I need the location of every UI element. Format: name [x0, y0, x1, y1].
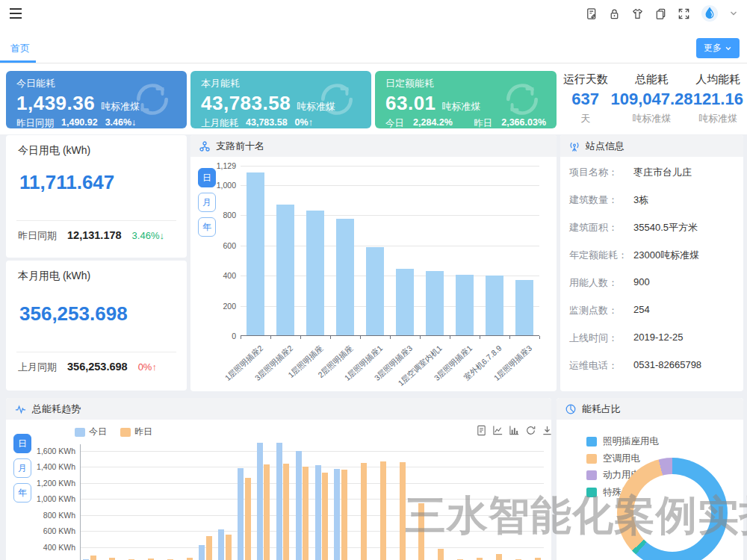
more-button[interactable]: 更多	[696, 38, 740, 58]
compare-percent: 0%↑	[295, 117, 313, 128]
card-value: 1,439.36	[16, 92, 95, 115]
summary-stat: 总能耗109,047.28吨标准煤	[610, 71, 692, 128]
site-row-value: 枣庄市台儿庄	[633, 166, 692, 179]
y-axis-label: 200	[199, 302, 236, 311]
month-power-value: 356,253.698	[19, 302, 128, 326]
trend-bar-今日	[218, 529, 224, 560]
y-axis-label: 1,000	[199, 181, 236, 190]
chevron-down-icon[interactable]	[729, 9, 738, 18]
branch-bar	[336, 219, 354, 336]
trend-bar-昨日	[322, 473, 328, 560]
divider	[16, 352, 176, 352]
ratio1-label: 今日占比:	[385, 117, 409, 128]
trend-bar-昨日	[496, 554, 502, 560]
chart-gridline	[80, 451, 544, 452]
data-view-icon[interactable]	[476, 425, 487, 436]
trend-bar-今日	[199, 545, 205, 560]
legend-item-今日[interactable]: 今日	[75, 426, 107, 438]
audit-icon[interactable]	[585, 7, 598, 20]
y-axis-label: 400	[199, 271, 236, 280]
pie-legend-item-空调用电[interactable]: 空调用电	[586, 452, 640, 465]
stat-label: 总能耗	[610, 72, 692, 87]
divider	[16, 220, 176, 221]
legend-label: 照明插座用电	[603, 435, 659, 448]
tab-home[interactable]: 首页	[10, 42, 30, 55]
refresh-decor-icon	[501, 78, 543, 123]
site-info-panel: 站点信息 项目名称：枣庄市台儿庄建筑数量：3栋建筑面积：35540.5平方米年定…	[560, 135, 743, 391]
legend-swatch	[586, 437, 597, 447]
legend-swatch	[586, 470, 597, 480]
period-button-月[interactable]: 月	[13, 458, 31, 478]
x-axis-tick	[300, 336, 301, 339]
fullscreen-icon[interactable]	[678, 7, 690, 20]
panel-title: 本月用电 (kWh)	[18, 270, 90, 283]
watermark-text: 三水智能化案例实拍	[405, 488, 747, 544]
y-axis-label: 800 KWh	[31, 511, 75, 520]
theme-icon[interactable]	[631, 7, 644, 20]
line-chart-icon[interactable]	[492, 425, 503, 436]
branch-bar	[456, 275, 474, 335]
y-axis-label: 400 KWh	[31, 543, 75, 552]
compare-value: 1,490.92	[61, 117, 98, 128]
period-button-年[interactable]: 年	[198, 217, 216, 237]
site-info-row: 用能人数：900	[569, 276, 736, 290]
branch-bar	[306, 211, 324, 335]
branch-period-buttons: 日月年	[198, 168, 216, 237]
download-icon[interactable]	[542, 425, 551, 436]
panel-title: 支路前十名	[216, 140, 264, 153]
hamburger-menu-icon[interactable]	[9, 7, 24, 19]
chart-gridline	[241, 166, 539, 167]
chart-gridline	[241, 185, 539, 186]
panel-title: 总能耗趋势	[32, 402, 81, 416]
today-energy-card: 今日能耗 1,439.36吨标准煤 昨日同期1,490.923.46%↓	[6, 71, 187, 128]
stat-label: 人均能耗	[693, 72, 743, 87]
trend-bar-今日	[334, 469, 340, 560]
site-row-value: 2019-12-25	[633, 332, 684, 343]
x-axis-tick	[509, 336, 510, 339]
panel-header: 能耗占比	[557, 398, 743, 420]
trend-bar-昨日	[226, 535, 232, 560]
y-axis-label: 800	[199, 211, 236, 220]
site-info-row: 建筑数量：3栋	[569, 193, 736, 207]
period-button-年[interactable]: 年	[13, 483, 31, 503]
legend-swatch	[120, 428, 131, 437]
site-info-row: 建筑面积：35540.5平方米	[569, 221, 736, 234]
panel-title: 能耗占比	[582, 402, 621, 416]
stat-unit: 天	[560, 112, 610, 125]
bar-chart-icon[interactable]	[509, 425, 520, 436]
trend-bar-今日	[257, 443, 263, 560]
chart-gridline	[80, 483, 544, 484]
month-energy-card: 本月能耗 43,783.58吨标准煤 上月能耗43,783.580%↑	[190, 71, 371, 128]
y-axis-line	[80, 444, 81, 560]
y-axis-label: 1,000 KWh	[31, 494, 75, 503]
x-axis-tick	[450, 336, 450, 339]
site-row-value: 900	[633, 276, 650, 287]
legend-label: 今日	[89, 426, 107, 438]
card-value: 43,783.58	[201, 92, 291, 115]
period-button-日[interactable]: 日	[13, 434, 31, 453]
water-drop-logo[interactable]	[701, 4, 719, 22]
trend-legend: 今日昨日	[75, 426, 152, 438]
legend-item-昨日[interactable]: 昨日	[120, 426, 152, 438]
x-axis-tick	[539, 336, 540, 339]
site-row-value: 0531-82665798	[633, 359, 701, 370]
x-axis-tick	[390, 336, 391, 339]
compare-percent: 3.46%↓	[132, 230, 164, 241]
refresh-icon[interactable]	[525, 425, 536, 436]
compare-value: 43,783.58	[246, 117, 288, 128]
x-axis-tick	[270, 336, 271, 339]
trend-bar-今日	[296, 451, 302, 560]
month-power-panel: 本月用电 (kWh) 356,253.698 上月同期 356,253.698 …	[6, 261, 187, 391]
period-button-月[interactable]: 月	[198, 193, 216, 212]
site-row-label: 建筑面积：	[569, 222, 618, 233]
branch-bar	[276, 205, 294, 335]
trend-bar-昨日	[438, 549, 444, 560]
copy-icon[interactable]	[654, 7, 667, 20]
branch-bar	[426, 271, 444, 335]
pie-legend-item-照明插座用电[interactable]: 照明插座用电	[586, 435, 659, 448]
trend-bar-今日	[276, 443, 282, 560]
y-axis-label: 1,400 KWh	[31, 462, 75, 471]
branch-bar	[515, 280, 533, 335]
branch-bar	[366, 247, 384, 335]
lock-icon[interactable]	[608, 7, 621, 20]
